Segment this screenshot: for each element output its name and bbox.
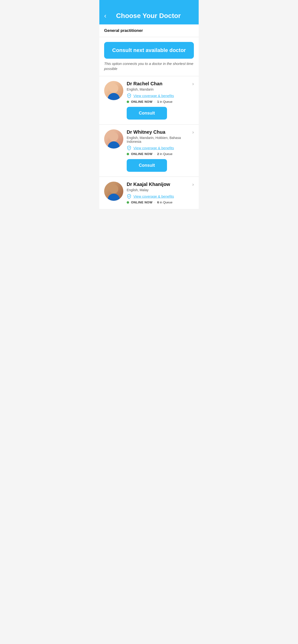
doctor-name-kaajal: Dr Kaajal Khanijow bbox=[127, 182, 170, 187]
shield-icon-whitney bbox=[127, 146, 131, 150]
doctor-info-rachel: Dr Rachel Chan › English, Mandarin View … bbox=[127, 81, 194, 120]
status-row-whitney: ONLINE NOW · 2 in Queue bbox=[127, 152, 194, 156]
consult-next-section: Consult next available doctor This optio… bbox=[99, 37, 199, 76]
doctor-languages-kaajal: English, Malay bbox=[127, 188, 194, 192]
online-dot-rachel bbox=[127, 100, 129, 103]
coverage-row-whitney: View coverage & benefits bbox=[127, 146, 194, 150]
queue-text-kaajal: 6 in Queue bbox=[157, 200, 173, 204]
doctor-name-row-rachel[interactable]: Dr Rachel Chan › bbox=[127, 81, 194, 86]
doctor-info-kaajal: Dr Kaajal Khanijow › English, Malay View… bbox=[127, 182, 194, 204]
avatar-whitney bbox=[104, 130, 123, 148]
doctor-languages-whitney: English, Mandarin, Hokkien, Bahasa Indon… bbox=[127, 136, 194, 144]
online-dot-whitney bbox=[127, 153, 129, 155]
doctor-row-rachel: Dr Rachel Chan › English, Mandarin View … bbox=[104, 81, 194, 120]
online-status-rachel: ONLINE NOW bbox=[131, 100, 153, 104]
queue-text-whitney: 2 in Queue bbox=[157, 152, 173, 156]
coverage-link-kaajal[interactable]: View coverage & benefits bbox=[133, 194, 174, 198]
consult-button-whitney[interactable]: Consult bbox=[127, 159, 167, 172]
page-title: Choose Your Doctor bbox=[110, 12, 187, 20]
chevron-right-icon-rachel: › bbox=[192, 81, 194, 86]
coverage-row-kaajal: View coverage & benefits bbox=[127, 194, 194, 198]
doctor-name-whitney: Dr Whitney Chua bbox=[127, 130, 165, 135]
doctor-row-whitney: Dr Whitney Chua › English, Mandarin, Hok… bbox=[104, 130, 194, 172]
consult-next-description: This option connects you to a doctor in … bbox=[104, 61, 194, 71]
doctor-card-whitney: Dr Whitney Chua › English, Mandarin, Hok… bbox=[99, 124, 199, 176]
avatar-rachel bbox=[104, 81, 123, 100]
coverage-link-whitney[interactable]: View coverage & benefits bbox=[133, 146, 174, 150]
specialty-label: General practitioner bbox=[104, 28, 143, 33]
doctor-card-rachel: Dr Rachel Chan › English, Mandarin View … bbox=[99, 76, 199, 124]
bullet-rachel: · bbox=[155, 100, 156, 104]
online-dot-kaajal bbox=[127, 201, 129, 204]
avatar-kaajal bbox=[104, 182, 123, 201]
queue-text-rachel: 1 in Queue bbox=[157, 100, 173, 104]
shield-icon-kaajal bbox=[127, 194, 131, 198]
consult-next-button[interactable]: Consult next available doctor bbox=[104, 42, 194, 59]
online-status-kaajal: ONLINE NOW bbox=[131, 200, 153, 204]
consult-button-rachel[interactable]: Consult bbox=[127, 107, 167, 120]
status-row-rachel: ONLINE NOW · 1 in Queue bbox=[127, 100, 194, 104]
doctor-info-whitney: Dr Whitney Chua › English, Mandarin, Hok… bbox=[127, 130, 194, 172]
header: ‹ Choose Your Doctor bbox=[99, 0, 199, 24]
doctor-name-row-whitney[interactable]: Dr Whitney Chua › bbox=[127, 130, 194, 135]
chevron-right-icon-whitney: › bbox=[192, 130, 194, 135]
status-row-kaajal: ONLINE NOW · 6 in Queue bbox=[127, 200, 194, 204]
subtitle-bar: General practitioner bbox=[99, 24, 199, 37]
doctor-row-kaajal: Dr Kaajal Khanijow › English, Malay View… bbox=[104, 182, 194, 204]
doctor-languages-rachel: English, Mandarin bbox=[127, 88, 194, 91]
doctor-name-row-kaajal[interactable]: Dr Kaajal Khanijow › bbox=[127, 182, 194, 187]
bullet-whitney: · bbox=[155, 152, 156, 156]
coverage-link-rachel[interactable]: View coverage & benefits bbox=[133, 94, 174, 98]
doctor-card-kaajal: Dr Kaajal Khanijow › English, Malay View… bbox=[99, 177, 199, 209]
online-status-whitney: ONLINE NOW bbox=[131, 152, 153, 156]
chevron-right-icon-kaajal: › bbox=[192, 182, 194, 187]
shield-icon-rachel bbox=[127, 93, 131, 98]
doctor-name-rachel: Dr Rachel Chan bbox=[127, 81, 163, 86]
coverage-row-rachel: View coverage & benefits bbox=[127, 93, 194, 98]
bullet-kaajal: · bbox=[155, 200, 156, 204]
back-button[interactable]: ‹ bbox=[104, 12, 106, 19]
